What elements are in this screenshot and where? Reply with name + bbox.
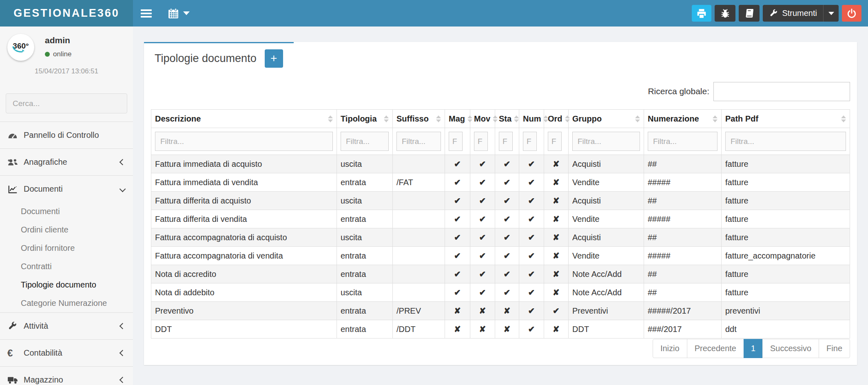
table-row[interactable]: Fattura differita di venditaentrata✔✔✔✔✘… (151, 210, 850, 228)
table-row[interactable]: Fattura differita di acquistouscita✔✔✔✔✘… (151, 192, 850, 210)
sidebar-subitem-ordini-cliente[interactable]: Ordini cliente (0, 221, 133, 239)
page-button-precedente[interactable]: Precedente (687, 339, 744, 358)
cell-sta: ✔ (495, 210, 519, 228)
column-header-tipologia[interactable]: Tipologia (337, 110, 393, 128)
cell-mag: ✘ (445, 302, 470, 320)
table-row[interactable]: Fattura immediata di venditaentrata/FAT✔… (151, 173, 850, 192)
column-header-suffisso[interactable]: Suffisso (393, 110, 445, 128)
table-row[interactable]: Preventivoentrata/PREV✘✘✘✔✔Preventivi###… (151, 302, 850, 320)
calendar-menu-button[interactable] (159, 0, 197, 27)
column-header-path_pdf[interactable]: Path Pdf (722, 110, 850, 128)
filter-input-gruppo[interactable] (572, 132, 640, 151)
tab-tipologie-documento[interactable]: Tipologie documento + (144, 42, 294, 73)
column-header-descrizione[interactable]: Descrizione (151, 110, 337, 128)
sidebar-subitem-documenti[interactable]: Documenti (0, 202, 133, 221)
sidebar-search-input[interactable] (6, 93, 127, 113)
filter-input-tipologia[interactable] (341, 132, 389, 151)
cell-tipologia: entrata (337, 320, 393, 339)
table-row[interactable]: Fattura accompagnatoria di venditaentrat… (151, 247, 850, 265)
check-icon: ✔ (454, 233, 461, 242)
hamburger-icon (141, 8, 152, 19)
table-row[interactable]: Fattura immediata di acquistouscita✔✔✔✔✘… (151, 155, 850, 173)
tab-bar: Tipologie documento + (144, 42, 857, 73)
main-content: Tipologie documento + Ricerca globale: D… (133, 27, 868, 385)
cell-descrizione: Nota di accredito (151, 265, 337, 283)
global-search-input[interactable] (713, 82, 850, 101)
cell-mov: ✔ (470, 228, 495, 247)
cell-sta: ✔ (495, 228, 519, 247)
sidebar-search (6, 93, 127, 113)
column-header-num[interactable]: Num (519, 110, 544, 128)
cell-mov: ✔ (470, 283, 495, 302)
filter-input-num[interactable] (523, 132, 537, 151)
sidebar-subitem-ordini-fornitore[interactable]: Ordini fornitore (0, 239, 133, 257)
cell-suffisso (393, 210, 445, 228)
cell-path_pdf: fatture (722, 192, 850, 210)
table-row[interactable]: Nota di accreditoentrata✔✔✔✔✘Note Acc/Ad… (151, 265, 850, 283)
column-header-gruppo[interactable]: Gruppo (569, 110, 644, 128)
user-panel: 360° admin online 15/04/2017 13:06:51 (0, 27, 133, 88)
column-header-mag[interactable]: Mag (445, 110, 470, 128)
column-header-sta[interactable]: Sta (495, 110, 519, 128)
table-toolbar: Ricerca globale: (144, 73, 857, 109)
cell-mag: ✔ (445, 283, 470, 302)
logout-button[interactable] (842, 5, 861, 22)
filter-input-ord[interactable] (548, 132, 562, 151)
column-header-mov[interactable]: Mov (470, 110, 495, 128)
table-row[interactable]: DDTentrata/DDT✘✘✘✔✘DDT###/2017ddt (151, 320, 850, 339)
print-button[interactable] (692, 5, 711, 22)
sidebar-item-anagrafiche[interactable]: Anagrafiche (0, 148, 133, 175)
column-header-inner: Mov (474, 113, 491, 124)
euro-icon: € (7, 348, 24, 358)
sidebar-item-contabilita[interactable]: € Contabilità (0, 339, 133, 366)
sidebar-subitem-contratti[interactable]: Contratti (0, 257, 133, 276)
calendar-icon (167, 7, 179, 20)
page-button-fine[interactable]: Fine (819, 339, 850, 358)
check-icon: ✔ (504, 159, 511, 168)
cross-icon: ✘ (479, 306, 486, 315)
sidebar-subitem-tipologie-documento[interactable]: Tipologie documento (0, 276, 133, 294)
filter-input-descrizione[interactable] (155, 132, 333, 151)
tools-dropdown-caret-button[interactable] (823, 5, 839, 22)
cell-tipologia: entrata (337, 302, 393, 320)
manual-button[interactable] (739, 5, 760, 22)
cell-ord: ✘ (544, 265, 569, 283)
table-row[interactable]: Fattura accompagnatoria di acquistouscit… (151, 228, 850, 247)
column-header-inner: Suffisso (396, 113, 441, 124)
cross-icon: ✘ (553, 325, 560, 334)
cell-suffisso: /FAT (393, 173, 445, 192)
page-button-1[interactable]: 1 (744, 339, 763, 358)
filter-input-mag[interactable] (449, 132, 463, 151)
sidebar-item-documenti[interactable]: Documenti (0, 175, 133, 202)
sidebar-item-label: Documenti (24, 184, 63, 194)
tools-button[interactable]: Strumenti (763, 5, 823, 22)
check-icon: ✔ (479, 288, 486, 297)
page-button-inizio[interactable]: Inizio (653, 339, 687, 358)
chevron-left-icon (120, 159, 126, 166)
dashboard-icon (7, 130, 24, 141)
sidebar-item-pannello-di-controllo[interactable]: Pannello di Controllo (0, 122, 133, 148)
cell-path_pdf: fatture (722, 265, 850, 283)
page-button-successivo[interactable]: Successivo (762, 339, 819, 358)
filter-input-path_pdf[interactable] (725, 132, 846, 151)
cross-icon: ✘ (504, 306, 511, 315)
table-row[interactable]: Nota di addebitouscita✔✔✔✔✘Note Acc/Add#… (151, 283, 850, 302)
column-header-ord[interactable]: Ord (544, 110, 569, 128)
bug-report-button[interactable] (715, 5, 735, 22)
filter-input-mov[interactable] (474, 132, 488, 151)
sidebar-item-attivita[interactable]: Attività (0, 312, 133, 339)
sidebar-toggle-button[interactable] (133, 0, 159, 27)
add-document-type-button[interactable]: + (265, 49, 283, 68)
cell-path_pdf: fatture_accompagnatorie (722, 247, 850, 265)
cross-icon: ✘ (553, 288, 560, 297)
filter-input-sta[interactable] (499, 132, 513, 151)
tools-button-label: Strumenti (782, 9, 817, 18)
filter-input-suffisso[interactable] (396, 132, 441, 151)
sidebar-subitem-categorie-numerazione[interactable]: Categorie Numerazione (0, 294, 133, 312)
filter-input-numerazione[interactable] (648, 132, 717, 151)
cell-tipologia: uscita (337, 192, 393, 210)
sidebar-item-magazzino[interactable]: Magazzino (0, 366, 133, 385)
cell-mov: ✘ (470, 320, 495, 339)
svg-text:360°: 360° (13, 42, 29, 50)
column-header-numerazione[interactable]: Numerazione (644, 110, 722, 128)
